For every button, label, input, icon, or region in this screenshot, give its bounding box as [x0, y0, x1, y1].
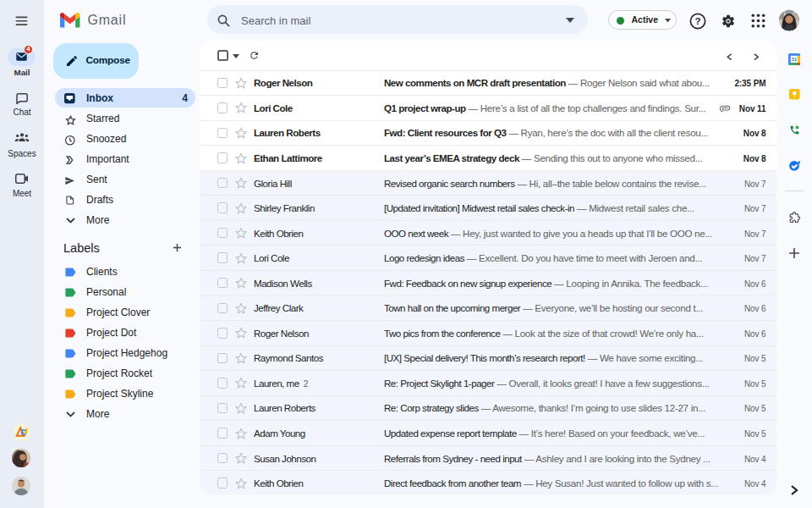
svg-text:?: ? — [694, 16, 700, 26]
svg-text:31: 31 — [792, 57, 798, 62]
